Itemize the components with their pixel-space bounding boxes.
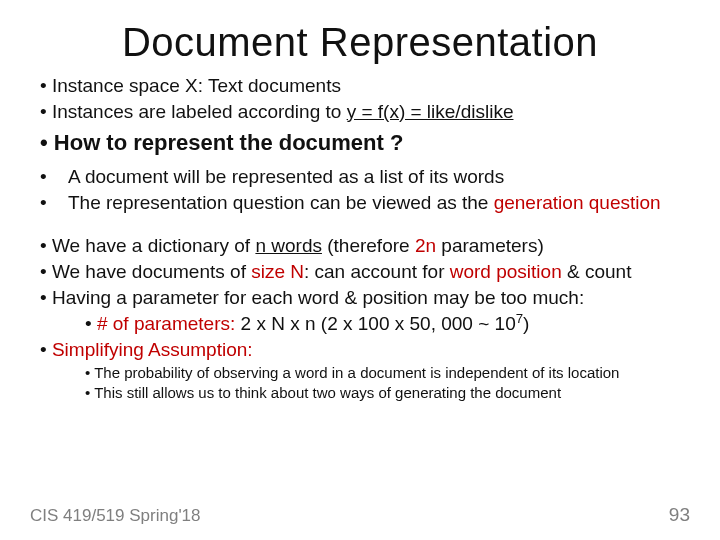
- bullet-documents-size: • We have documents of size N: can accou…: [40, 259, 690, 285]
- bullet-independent: • The probability of observing a word in…: [85, 363, 690, 383]
- bullet-group-3: • We have a dictionary of n words (there…: [30, 233, 690, 403]
- text: • We have a dictionary of: [40, 235, 255, 256]
- text: ): [523, 314, 529, 335]
- row: • The representation question can be vie…: [30, 190, 690, 216]
- text-red: generation question: [494, 192, 661, 213]
- text: •: [85, 314, 97, 335]
- text-red: # of parameters:: [97, 314, 235, 335]
- bullet-group-2: • A document will be represented as a li…: [30, 164, 690, 215]
- text: •: [40, 339, 52, 360]
- text: parameters): [436, 235, 544, 256]
- footer-course: CIS 419/519 Spring'18: [30, 506, 201, 526]
- bullet-dot: •: [40, 164, 68, 190]
- bullet-labeling: • Instances are labeled according to y =…: [40, 99, 690, 125]
- text: (therefore: [322, 235, 415, 256]
- text: • Instances are labeled according to: [40, 101, 347, 122]
- text-red: 2n: [415, 235, 436, 256]
- text-underline: n words: [255, 235, 322, 256]
- footer-page-number: 93: [669, 504, 690, 526]
- bullet-simplifying: • Simplifying Assumption:: [40, 337, 690, 363]
- text-red: word position: [450, 261, 562, 282]
- bullet-instance-space: • Instance space X: Text documents: [40, 73, 690, 99]
- sup: 7: [516, 311, 523, 326]
- text-underline: y = f(x) = like/dislike: [347, 101, 514, 122]
- bullet-generation: The representation question can be viewe…: [68, 190, 661, 216]
- bullet-too-much: • Having a parameter for each word & pos…: [40, 285, 690, 311]
- bullet-dot: •: [40, 190, 68, 216]
- text: • We have documents of: [40, 261, 251, 282]
- text-red: Simplifying Assumption:: [52, 339, 253, 360]
- bullet-num-params: • # of parameters: 2 x N x n (2 x 100 x …: [85, 310, 690, 337]
- text: : can account for: [304, 261, 450, 282]
- bullet-two-ways: • This still allows us to think about tw…: [85, 383, 690, 403]
- text: 2 x N x n (2 x 100 x 50, 000 ~ 10: [235, 314, 515, 335]
- bullet-group-1: • Instance space X: Text documents • Ins…: [30, 73, 690, 158]
- text: The representation question can be viewe…: [68, 192, 494, 213]
- bullet-dictionary: • We have a dictionary of n words (there…: [40, 233, 690, 259]
- text-red: size N: [251, 261, 304, 282]
- slide-title: Document Representation: [30, 20, 690, 65]
- row: • A document will be represented as a li…: [30, 164, 690, 190]
- bullet-how-represent: • How to represent the document ?: [40, 128, 690, 158]
- bullet-list-of-words: A document will be represented as a list…: [68, 164, 504, 190]
- slide: Document Representation • Instance space…: [0, 0, 720, 540]
- text: & count: [562, 261, 632, 282]
